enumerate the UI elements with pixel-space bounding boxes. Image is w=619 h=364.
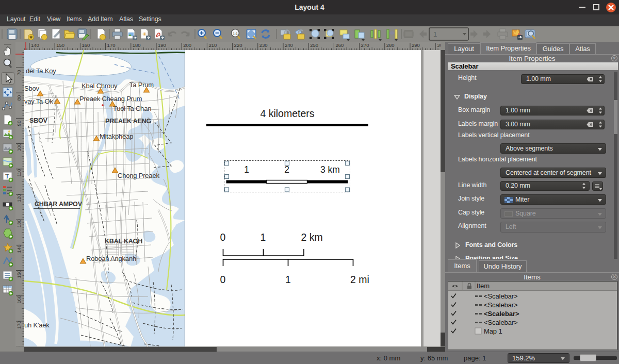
svg-text:180: 180 — [133, 42, 141, 48]
svg-text:1: 1 — [433, 30, 437, 38]
svg-text:2 km: 2 km — [301, 231, 323, 243]
svg-text:160: 160 — [16, 295, 22, 304]
svg-text:240: 240 — [285, 42, 293, 48]
svg-text:140: 140 — [16, 245, 22, 253]
svg-text:170: 170 — [107, 42, 116, 48]
svg-text:210: 210 — [208, 42, 217, 48]
svg-text:KBAL KAOH: KBAL KAOH — [105, 238, 142, 245]
svg-text:80: 80 — [16, 95, 22, 101]
svg-text:Tuol Ta Chan: Tuol Ta Chan — [113, 105, 151, 112]
svg-text:180: 180 — [16, 346, 22, 346]
svg-text:Map 1: Map 1 — [484, 327, 502, 335]
svg-text:150: 150 — [56, 42, 64, 48]
svg-text:200: 200 — [183, 42, 191, 48]
svg-text:Ta Prum: Ta Prum — [129, 81, 154, 89]
svg-text:0: 0 — [220, 231, 226, 243]
svg-text:230: 230 — [259, 42, 268, 48]
svg-text:Roboah Angkanh: Roboah Angkanh — [86, 255, 136, 262]
svg-text:Preaek Cheang Prum: Preaek Cheang Prum — [79, 95, 142, 103]
svg-text:dei Ta Koy: dei Ta Koy — [26, 67, 56, 75]
svg-text:100: 100 — [16, 143, 22, 152]
svg-text:70: 70 — [16, 70, 22, 75]
svg-text:1: 1 — [285, 274, 291, 285]
svg-text:Item: Item — [477, 282, 490, 290]
svg-text:170: 170 — [16, 321, 22, 329]
svg-text:120: 120 — [16, 194, 22, 202]
svg-text:PREAEK AENG: PREAEK AENG — [105, 118, 151, 125]
svg-text:uh K'aek: uh K'aek — [24, 321, 50, 329]
svg-text:290: 290 — [412, 42, 420, 48]
svg-text:<Scalebar>: <Scalebar> — [484, 319, 518, 326]
svg-text:<Scalebar>: <Scalebar> — [484, 310, 519, 318]
svg-text:280: 280 — [386, 42, 395, 48]
svg-text:1:1: 1:1 — [233, 32, 238, 36]
svg-text:150: 150 — [16, 270, 22, 278]
svg-text:CHBAR AMPOV: CHBAR AMPOV — [35, 201, 83, 208]
svg-text:Sbov: Sbov — [24, 85, 40, 92]
svg-text:Kbal Chrouy: Kbal Chrouy — [82, 82, 118, 90]
svg-text:220: 220 — [234, 42, 242, 48]
svg-text:Chong Preaek: Chong Preaek — [118, 172, 159, 179]
svg-text:140: 140 — [31, 42, 39, 48]
svg-text:4 kilometers: 4 kilometers — [260, 108, 314, 119]
svg-text:<Scalebar>: <Scalebar> — [484, 292, 518, 300]
svg-text:160: 160 — [82, 42, 90, 48]
svg-text:1: 1 — [244, 164, 249, 175]
svg-text:300: 300 — [437, 42, 441, 48]
svg-text:2 mi: 2 mi — [350, 274, 369, 285]
svg-text:✱: ✱ — [29, 35, 33, 40]
svg-text:1: 1 — [260, 231, 266, 243]
svg-text:2: 2 — [284, 164, 289, 175]
svg-text:<Scalebar>: <Scalebar> — [484, 301, 518, 309]
svg-text:vay Ta Ok: vay Ta Ok — [24, 97, 53, 105]
svg-text:90: 90 — [16, 121, 22, 126]
svg-text:270: 270 — [361, 42, 369, 48]
svg-text:110: 110 — [16, 169, 22, 177]
svg-text:130: 130 — [16, 219, 22, 227]
svg-text:260: 260 — [335, 42, 344, 48]
svg-text:SBOV: SBOV — [29, 117, 47, 124]
svg-text:Mitakpheap: Mitakpheap — [100, 133, 133, 140]
svg-text:3 km: 3 km — [320, 164, 340, 175]
svg-text:190: 190 — [158, 42, 166, 48]
svg-text:0: 0 — [220, 274, 226, 285]
svg-text:250: 250 — [310, 42, 318, 48]
